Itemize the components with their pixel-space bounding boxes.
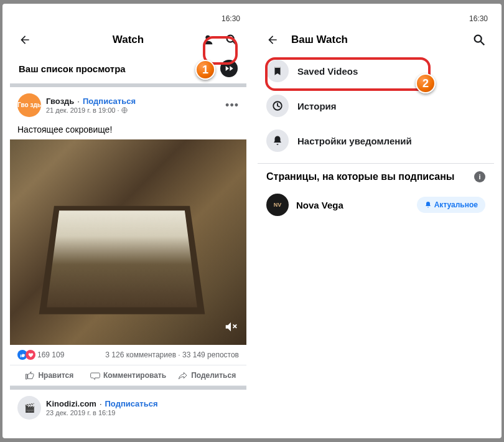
header: Ваш Watch xyxy=(258,26,494,54)
status-time: 16:30 xyxy=(469,14,488,23)
section-title: Страницы, на которые вы подписаны xyxy=(266,171,474,182)
reaction-icons[interactable] xyxy=(17,350,34,360)
page-avatar: NV xyxy=(266,194,289,216)
header: Watch xyxy=(10,26,246,54)
info-icon[interactable]: i xyxy=(474,171,485,182)
menu-saved-videos[interactable]: Saved Videos xyxy=(258,54,494,88)
svg-point-6 xyxy=(475,35,482,42)
subscribed-page-row[interactable]: NV Nova Vega Актуальное xyxy=(258,187,494,222)
menu-notifications[interactable]: Настройки уведомлений xyxy=(258,123,494,158)
mute-button[interactable] xyxy=(224,320,238,336)
history-icon xyxy=(266,95,289,117)
menu-label: История xyxy=(297,101,337,111)
post-avatar[interactable]: Гво здь xyxy=(17,93,41,117)
post-text: Настоящее сокровище! xyxy=(10,123,246,139)
phone-right: 16:30 Ваш Watch Saved Videos История xyxy=(258,11,494,431)
svg-line-2 xyxy=(233,42,237,45)
bookmark-icon xyxy=(266,60,289,82)
next-post-author[interactable]: Kinodizi.com xyxy=(46,399,96,408)
svg-point-1 xyxy=(227,35,234,42)
post-header: Гво здь Гвоздь · Подписаться 21 дек. 201… xyxy=(10,87,246,123)
comment-count[interactable]: 3 126 комментариев xyxy=(105,350,176,359)
svg-point-0 xyxy=(205,35,210,40)
like-button[interactable]: Нравится xyxy=(10,365,89,385)
svg-rect-8 xyxy=(275,67,281,68)
phone-left: 16:30 Watch Ваш список просмотра xyxy=(10,11,246,431)
love-reaction-icon xyxy=(26,350,35,360)
svg-line-7 xyxy=(481,42,485,45)
share-button[interactable]: Поделиться xyxy=(167,365,246,385)
post-author[interactable]: Гвоздь xyxy=(46,96,74,106)
share-count[interactable]: 33 149 репостов xyxy=(182,350,239,359)
post-time: 21 дек. 2019 г. в 19:00 · xyxy=(46,106,220,114)
callout-2: 2 xyxy=(416,73,436,93)
next-post-avatar[interactable]: 🎬 xyxy=(17,396,41,420)
page-title: Ваш Watch xyxy=(291,34,348,46)
bell-icon xyxy=(424,201,432,209)
menu-label: Настройки уведомлений xyxy=(297,136,412,146)
like-count[interactable]: 169 109 xyxy=(37,350,64,359)
sub-header-title: Ваш список просмотра xyxy=(19,63,126,74)
next-subscribe-link[interactable]: Подписаться xyxy=(105,399,158,408)
more-button[interactable]: ••• xyxy=(225,99,239,112)
status-bar: 16:30 xyxy=(10,11,246,26)
actual-chip[interactable]: Актуальное xyxy=(417,197,485,213)
back-button[interactable] xyxy=(265,32,280,47)
stats-bar: 169 109 3 126 комментариев · 33 149 репо… xyxy=(10,345,246,365)
page-title: Watch xyxy=(113,34,144,46)
bell-icon xyxy=(266,129,289,152)
video-player[interactable] xyxy=(10,139,246,345)
search-button[interactable] xyxy=(224,32,239,47)
next-post-time: 23 дек. 2019 г. в 16:19 xyxy=(46,409,239,416)
menu-history[interactable]: История xyxy=(258,88,494,123)
live-badge[interactable] xyxy=(220,60,238,77)
next-post: 🎬 Kinodizi.com · Подписаться 23 дек. 201… xyxy=(10,386,246,426)
comment-button[interactable]: Комментировать xyxy=(89,365,168,385)
callout-1: 1 xyxy=(195,60,215,80)
back-button[interactable] xyxy=(17,32,32,47)
subscribe-link[interactable]: Подписаться xyxy=(83,96,136,106)
globe-icon xyxy=(121,107,128,113)
status-time: 16:30 xyxy=(222,14,240,23)
profile-button[interactable] xyxy=(200,32,215,47)
status-bar: 16:30 xyxy=(258,11,494,26)
page-name: Nova Vega xyxy=(296,200,409,210)
section-header: Страницы, на которые вы подписаны i xyxy=(258,163,494,187)
menu-label: Saved Videos xyxy=(297,66,358,77)
search-button[interactable] xyxy=(472,32,487,47)
actions-bar: Нравится Комментировать Поделиться xyxy=(10,365,246,386)
